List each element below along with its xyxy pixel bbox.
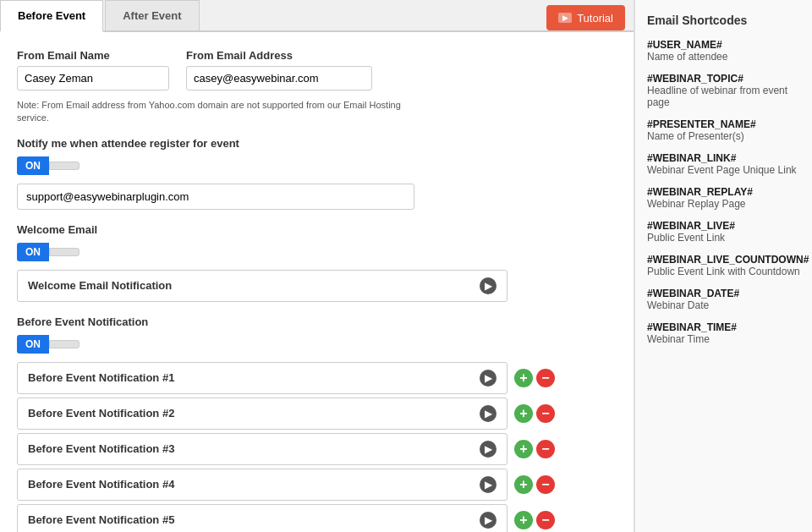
- tab-before-event[interactable]: Before Event: [0, 0, 103, 32]
- notif-label-1: Before Event Notification #1: [28, 371, 174, 384]
- welcome-toggle: ON: [17, 243, 617, 261]
- shortcode-key-5: #WEBINAR_LIVE#: [647, 220, 800, 232]
- from-email-row: From Email Name From Email Address: [17, 49, 617, 90]
- notify-toggle: ON: [17, 156, 617, 175]
- shortcode-key-8: #WEBINAR_TIME#: [647, 321, 800, 333]
- before-toggle: ON: [17, 335, 617, 354]
- shortcode-item-8: #WEBINAR_TIME# Webinar Time: [647, 321, 800, 345]
- notif-remove-5[interactable]: −: [536, 511, 555, 529]
- welcome-notif-arrow: ▶: [480, 277, 497, 294]
- notif-add-1[interactable]: +: [514, 369, 533, 387]
- notif-remove-2[interactable]: −: [536, 404, 555, 423]
- video-icon: ▶: [558, 13, 572, 23]
- notif-bar-3[interactable]: Before Event Notification #3 ▶: [17, 433, 508, 465]
- notif-actions-3: + −: [514, 440, 555, 458]
- shortcode-desc-8: Webinar Time: [647, 333, 800, 345]
- notif-arrow-4: ▶: [480, 476, 497, 493]
- shortcode-key-1: #WEBINAR_TOPIC#: [647, 73, 800, 85]
- shortcode-desc-5: Public Event Link: [647, 232, 800, 244]
- notify-toggle-on[interactable]: ON: [17, 156, 49, 175]
- notifications-list: Before Event Notification #1 ▶ + − Befor…: [17, 362, 617, 532]
- notif-remove-1[interactable]: −: [536, 369, 555, 387]
- notify-title: Notify me when attendee register for eve…: [17, 137, 617, 150]
- welcome-email-title: Welcome Email: [17, 223, 617, 236]
- notif-remove-3[interactable]: −: [536, 440, 555, 458]
- shortcode-key-4: #WEBINAR_REPLAY#: [647, 186, 800, 198]
- from-email-name-group: From Email Name: [17, 49, 169, 90]
- before-toggle-off[interactable]: [49, 340, 80, 348]
- shortcode-desc-6: Public Event Link with Countdown: [647, 266, 800, 277]
- email-note: Note: From Email address from Yahoo.com …: [17, 99, 406, 125]
- notif-row-2: Before Event Notification #2 ▶ + −: [17, 398, 617, 430]
- shortcode-item-7: #WEBINAR_DATE# Webinar Date: [647, 288, 800, 311]
- notif-bar-4[interactable]: Before Event Notification #4 ▶: [17, 469, 508, 501]
- main-content: From Email Name From Email Address Note:…: [0, 32, 634, 532]
- notif-arrow-1: ▶: [480, 370, 497, 387]
- from-email-address-group: From Email Address: [186, 49, 372, 90]
- from-email-name-input[interactable]: [17, 66, 169, 90]
- shortcode-desc-4: Webinar Replay Page: [647, 198, 800, 210]
- notify-toggle-off[interactable]: [49, 162, 80, 170]
- shortcode-key-2: #PRESENTER_NAME#: [647, 118, 800, 130]
- shortcode-desc-2: Name of Presenter(s): [647, 130, 800, 142]
- notif-row-5: Before Event Notification #5 ▶ + −: [17, 504, 617, 532]
- notif-bar-5[interactable]: Before Event Notification #5 ▶: [17, 504, 508, 532]
- notif-actions-5: + −: [514, 511, 555, 529]
- shortcode-item-3: #WEBINAR_LINK# Webinar Event Page Unique…: [647, 152, 800, 176]
- notif-arrow-5: ▶: [480, 512, 497, 529]
- notif-label-4: Before Event Notification #4: [28, 478, 174, 491]
- shortcode-key-7: #WEBINAR_DATE#: [647, 288, 800, 299]
- right-panel: Email Shortcodes #USER_NAME# Name of att…: [634, 0, 812, 532]
- shortcode-key-6: #WEBINAR_LIVE_COUNTDOWN#: [647, 254, 800, 266]
- shortcode-desc-3: Webinar Event Page Unique Link: [647, 164, 800, 176]
- shortcode-desc-1: Headline of webinar from event page: [647, 85, 800, 108]
- notif-remove-4[interactable]: −: [536, 475, 555, 494]
- notif-label-5: Before Event Notification #5: [28, 513, 174, 526]
- notif-row-3: Before Event Notification #3 ▶ + −: [17, 433, 617, 465]
- from-email-name-label: From Email Name: [17, 49, 169, 62]
- notif-add-5[interactable]: +: [514, 511, 533, 529]
- notif-actions-4: + −: [514, 475, 555, 494]
- before-event-title: Before Event Notification: [17, 315, 617, 328]
- before-toggle-on[interactable]: ON: [17, 335, 49, 354]
- notif-row-1: Before Event Notification #1 ▶ + −: [17, 362, 617, 394]
- shortcode-desc-0: Name of attendee: [647, 51, 800, 63]
- welcome-notif-bar[interactable]: Welcome Email Notification ▶: [17, 270, 508, 302]
- notif-label-2: Before Event Notification #2: [28, 407, 174, 420]
- shortcode-item-5: #WEBINAR_LIVE# Public Event Link: [647, 220, 800, 244]
- shortcode-key-0: #USER_NAME#: [647, 39, 800, 51]
- welcome-notif-label: Welcome Email Notification: [28, 279, 172, 292]
- from-email-address-input[interactable]: [186, 66, 372, 90]
- tab-after-event[interactable]: After Event: [105, 0, 199, 30]
- shortcode-item-6: #WEBINAR_LIVE_COUNTDOWN# Public Event Li…: [647, 254, 800, 277]
- tabs-bar: Before Event After Event ▶ Tutorial: [0, 0, 634, 32]
- notif-label-3: Before Event Notification #3: [28, 442, 174, 455]
- from-email-address-label: From Email Address: [186, 49, 372, 62]
- shortcode-item-4: #WEBINAR_REPLAY# Webinar Replay Page: [647, 186, 800, 210]
- notif-arrow-3: ▶: [480, 441, 497, 458]
- shortcodes-title: Email Shortcodes: [647, 14, 800, 27]
- notif-bar-2[interactable]: Before Event Notification #2 ▶: [17, 398, 508, 430]
- shortcode-key-3: #WEBINAR_LINK#: [647, 152, 800, 164]
- notif-add-2[interactable]: +: [514, 404, 533, 423]
- notif-actions-2: + −: [514, 404, 555, 423]
- welcome-toggle-on[interactable]: ON: [17, 243, 49, 261]
- welcome-notif-row: Welcome Email Notification ▶: [17, 270, 617, 302]
- shortcode-item-2: #PRESENTER_NAME# Name of Presenter(s): [647, 118, 800, 142]
- notif-add-3[interactable]: +: [514, 440, 533, 458]
- shortcode-desc-7: Webinar Date: [647, 299, 800, 311]
- notif-row-4: Before Event Notification #4 ▶ + −: [17, 469, 617, 501]
- shortcodes-list: #USER_NAME# Name of attendee #WEBINAR_TO…: [647, 39, 800, 345]
- notif-add-4[interactable]: +: [514, 475, 533, 494]
- tutorial-button[interactable]: ▶ Tutorial: [546, 5, 625, 30]
- notify-email-input[interactable]: [17, 184, 414, 210]
- shortcode-item-0: #USER_NAME# Name of attendee: [647, 39, 800, 63]
- notif-arrow-2: ▶: [480, 405, 497, 422]
- shortcode-item-1: #WEBINAR_TOPIC# Headline of webinar from…: [647, 73, 800, 108]
- welcome-toggle-off[interactable]: [49, 248, 80, 256]
- notif-bar-1[interactable]: Before Event Notification #1 ▶: [17, 362, 508, 394]
- notif-actions-1: + −: [514, 369, 555, 387]
